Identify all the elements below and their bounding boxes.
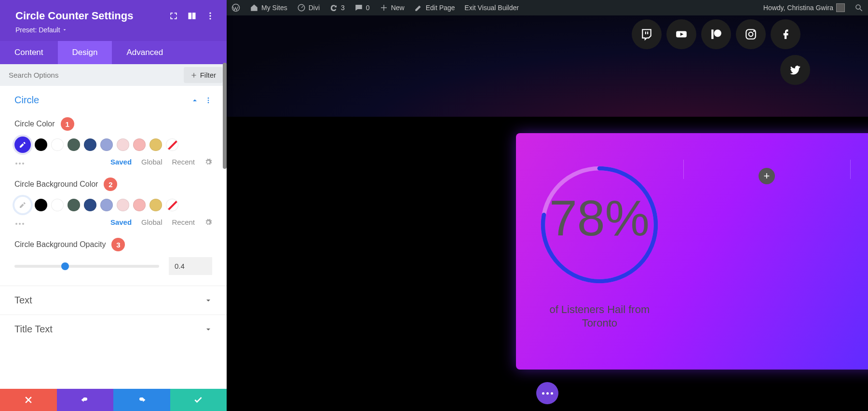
counter-col-2[interactable]: + — [683, 133, 851, 370]
more-swatches[interactable] — [15, 158, 26, 166]
gauge-icon — [297, 3, 306, 12]
facebook-icon — [779, 28, 792, 41]
section-circle-title: Circle — [14, 95, 191, 106]
tab-design[interactable]: Design — [58, 41, 112, 64]
swatch-blush[interactable] — [117, 199, 129, 211]
exit-vb-link[interactable]: Exit Visual Builder — [460, 0, 524, 15]
wp-admin-bar: My Sites Divi 3 0 New Edit Page Exit Vis… — [227, 0, 868, 15]
opacity-slider[interactable] — [14, 265, 159, 268]
svg-point-3 — [209, 13, 211, 14]
palette-global[interactable]: Global — [141, 158, 162, 166]
undo-button[interactable] — [57, 389, 114, 411]
swatch-blush[interactable] — [117, 138, 129, 151]
section-title-text-header[interactable]: Title Text — [0, 315, 227, 343]
palette-saved[interactable]: Saved — [110, 158, 132, 166]
filter-button[interactable]: Filter — [184, 67, 223, 83]
gear-icon[interactable] — [204, 219, 212, 226]
swatch-transparent[interactable] — [166, 199, 178, 211]
builder-fab[interactable] — [536, 382, 558, 404]
columns-icon[interactable] — [187, 11, 197, 21]
swatch-black[interactable] — [35, 138, 47, 151]
twitch-icon — [640, 28, 653, 41]
counter-col-3[interactable]: + — [850, 133, 868, 370]
panel-scrollbar[interactable] — [223, 63, 227, 169]
tab-advanced[interactable]: Advanced — [112, 41, 177, 64]
palette-recent[interactable]: Recent — [172, 218, 195, 226]
social-twitch[interactable] — [632, 19, 662, 49]
swatch-green[interactable] — [68, 199, 80, 211]
annotation-1: 1 — [61, 117, 74, 131]
redo-button[interactable] — [113, 389, 170, 411]
circle-bg-color-label: Circle Background Color 2 — [14, 178, 212, 191]
circle-counter: 78% of Listeners Hail from Toronto — [537, 162, 662, 329]
twitter-icon — [789, 64, 801, 76]
save-button[interactable] — [170, 389, 227, 411]
section-text-header[interactable]: Text — [0, 286, 227, 315]
undo-icon — [80, 395, 90, 405]
wordpress-icon — [231, 3, 240, 12]
swatch-gold[interactable] — [149, 138, 162, 151]
comment-icon — [354, 3, 363, 12]
check-icon — [193, 395, 203, 405]
search-input[interactable] — [0, 64, 180, 86]
swatch-navy[interactable] — [84, 138, 96, 151]
social-facebook[interactable] — [771, 19, 800, 49]
svg-point-7 — [208, 99, 209, 101]
add-module-button[interactable]: + — [759, 168, 775, 184]
cancel-button[interactable] — [0, 389, 57, 411]
swatch-peri[interactable] — [100, 138, 113, 151]
swatch-pink[interactable] — [133, 138, 146, 151]
my-sites-link[interactable]: My Sites — [245, 0, 292, 15]
palette-global[interactable]: Global — [141, 218, 162, 226]
kebab-icon[interactable] — [205, 11, 215, 21]
social-row — [632, 19, 800, 49]
slider-thumb[interactable] — [61, 262, 69, 270]
gear-icon[interactable] — [204, 158, 212, 166]
circle-bg-opacity-label: Circle Background Opacity 3 — [14, 238, 212, 251]
opacity-value-input[interactable] — [169, 257, 212, 275]
site-name-link[interactable]: Divi — [292, 0, 325, 15]
edit-page-label: Edit Page — [426, 4, 455, 12]
svg-point-11 — [714, 29, 721, 37]
tabs: Content Design Advanced — [0, 41, 227, 64]
instagram-icon — [745, 28, 757, 41]
svg-point-8 — [208, 102, 209, 103]
social-twitter[interactable] — [780, 55, 810, 85]
palette-saved[interactable]: Saved — [110, 218, 132, 226]
section-circle-header[interactable]: Circle — [0, 86, 227, 114]
expand-icon[interactable] — [169, 11, 178, 21]
swatch-pink[interactable] — [133, 199, 146, 211]
counter-caption: of Listeners Hail from Toronto — [537, 303, 662, 329]
admin-search[interactable] — [850, 0, 868, 15]
chevron-down-icon — [204, 326, 212, 333]
kebab-icon[interactable] — [204, 96, 212, 104]
swatch-navy[interactable] — [84, 199, 96, 211]
color-picker-bg[interactable] — [14, 197, 31, 213]
more-swatches[interactable] — [15, 218, 26, 226]
swatch-peri[interactable] — [100, 199, 113, 211]
swatch-green[interactable] — [68, 138, 80, 151]
chevron-down-icon — [62, 27, 67, 32]
counter-col-1[interactable]: 78% of Listeners Hail from Toronto — [516, 133, 683, 370]
color-picker[interactable] — [14, 137, 31, 153]
swatch-black[interactable] — [35, 199, 47, 211]
updates-link[interactable]: 3 — [325, 0, 350, 15]
howdy-link[interactable]: Howdy, Christina Gwira — [759, 0, 850, 15]
panel-header: Circle Counter Settings Preset: Default — [0, 0, 227, 41]
circle-color-label: Circle Color 1 — [14, 117, 212, 131]
social-youtube[interactable] — [666, 19, 696, 49]
wp-logo[interactable] — [227, 0, 245, 15]
comments-link[interactable]: 0 — [350, 0, 375, 15]
swatch-white[interactable] — [51, 199, 64, 211]
social-instagram[interactable] — [736, 19, 766, 49]
swatch-gold[interactable] — [149, 199, 162, 211]
swatch-white[interactable] — [51, 138, 64, 151]
tab-content[interactable]: Content — [0, 41, 58, 64]
swatch-transparent[interactable] — [166, 138, 178, 151]
edit-page-link[interactable]: Edit Page — [409, 0, 460, 15]
preset-selector[interactable]: Preset: Default — [15, 26, 67, 34]
new-link[interactable]: New — [375, 0, 409, 15]
social-patreon[interactable] — [701, 19, 731, 49]
section-circle: Circle Circle Color 1 — [0, 86, 227, 286]
palette-recent[interactable]: Recent — [172, 158, 195, 166]
